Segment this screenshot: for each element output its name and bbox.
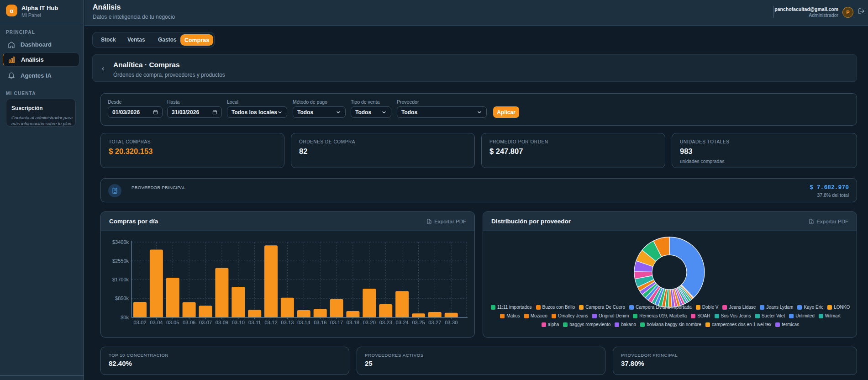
svg-text:$2550k: $2550k [112,258,129,264]
svg-text:03-18: 03-18 [347,320,359,325]
svg-text:03-30: 03-30 [445,320,458,325]
svg-text:03-13: 03-13 [281,320,294,325]
svg-text:03-09: 03-09 [216,320,228,325]
svg-text:03-27: 03-27 [428,320,441,325]
svg-text:03-20: 03-20 [363,320,376,325]
svg-text:03-10: 03-10 [232,320,245,325]
svg-text:$850k: $850k [115,296,129,301]
svg-text:03-07: 03-07 [199,320,212,325]
svg-text:03-04: 03-04 [150,320,163,325]
svg-text:$0k: $0k [121,315,129,320]
svg-text:03-25: 03-25 [412,320,425,325]
svg-text:03-16: 03-16 [314,320,326,325]
svg-text:03-11: 03-11 [248,320,261,325]
svg-text:03-05: 03-05 [166,320,179,325]
svg-text:03-23: 03-23 [379,320,392,325]
svg-text:$1700k: $1700k [112,277,129,282]
svg-text:03-14: 03-14 [297,320,310,325]
svg-text:$3400k: $3400k [112,239,129,245]
svg-text:03-12: 03-12 [264,320,277,325]
svg-text:03-24: 03-24 [396,320,409,325]
svg-text:03-06: 03-06 [183,320,195,325]
svg-text:03-02: 03-02 [133,320,146,325]
svg-text:03-17: 03-17 [330,320,343,325]
